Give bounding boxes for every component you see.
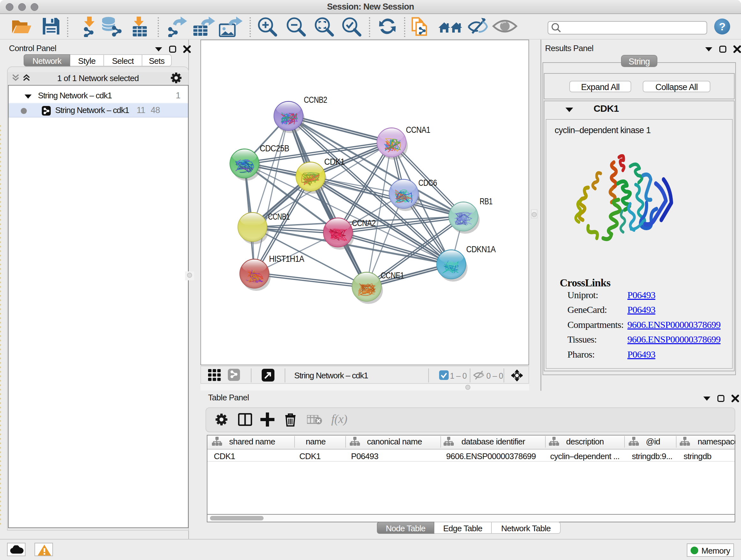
svg-text:CDK1: CDK1: [324, 157, 345, 167]
svg-text:CCNA1: CCNA1: [406, 125, 430, 135]
svg-text:CCNA2: CCNA2: [352, 219, 376, 228]
svg-text:RB1: RB1: [480, 197, 492, 206]
svg-text:HIST1H1A: HIST1H1A: [269, 254, 305, 264]
svg-text:CCNB2: CCNB2: [304, 95, 327, 105]
svg-text:CCNB1: CCNB1: [268, 212, 290, 222]
svg-text:CDC25B: CDC25B: [260, 144, 289, 153]
svg-text:CCNE1: CCNE1: [381, 271, 404, 280]
svg-text:CDC6: CDC6: [418, 178, 437, 188]
svg-text:CDKN1A: CDKN1A: [466, 245, 496, 254]
